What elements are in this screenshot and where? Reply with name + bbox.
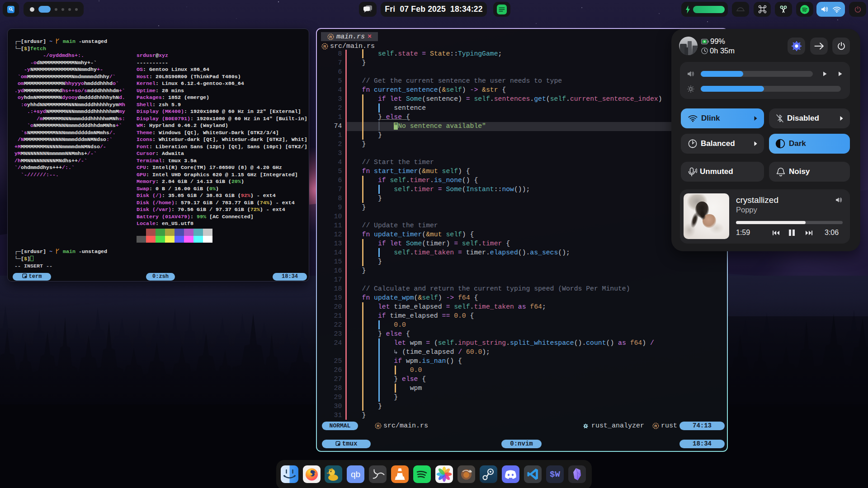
svg-text:R: R xyxy=(377,424,380,428)
svg-text:R: R xyxy=(329,34,332,39)
svg-text:R: R xyxy=(654,424,657,428)
svg-text:R: R xyxy=(323,44,326,48)
